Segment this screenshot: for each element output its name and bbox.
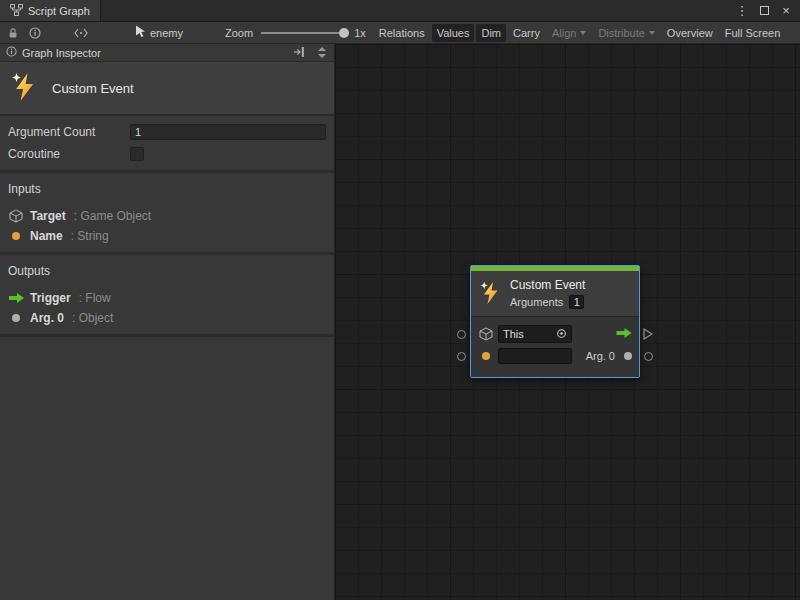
cube-icon: [8, 209, 24, 223]
coroutine-row: Coroutine: [8, 143, 326, 165]
name-input-port[interactable]: [478, 352, 494, 360]
code-view-icon[interactable]: [71, 24, 91, 42]
tab-title: Script Graph: [28, 5, 90, 17]
custom-event-node[interactable]: Custom Event Arguments 1 This: [470, 265, 640, 378]
node-arguments-value[interactable]: 1: [569, 295, 584, 309]
node-header[interactable]: Custom Event Arguments 1: [471, 271, 639, 317]
node-arg-row: Arg. 0: [471, 345, 639, 367]
scroll-down-icon[interactable]: [318, 54, 326, 58]
align-label: Align: [552, 27, 576, 39]
value-input-connection-port[interactable]: [457, 352, 466, 361]
value-port-icon: [8, 232, 24, 240]
trigger-flow-icon[interactable]: [616, 327, 632, 341]
io-name: Name: [30, 229, 63, 243]
maximize-icon[interactable]: [758, 3, 770, 19]
node-arguments-label: Arguments: [510, 296, 563, 308]
flow-arrow-icon: [8, 292, 24, 304]
close-icon[interactable]: ×: [780, 3, 792, 19]
outputs-heading: Outputs: [8, 264, 326, 278]
zoom-label: Zoom: [225, 27, 253, 39]
dim-button[interactable]: Dim: [476, 24, 506, 42]
values-button[interactable]: Values: [432, 24, 475, 42]
event-fields: Argument Count Coroutine: [0, 116, 334, 173]
chevron-down-icon: [580, 31, 586, 35]
input-row-name: Name : String: [8, 226, 326, 246]
argument-count-input[interactable]: [130, 124, 326, 140]
flow-output-connection-port[interactable]: [643, 328, 653, 342]
custom-event-icon: [479, 281, 503, 307]
scroll-up-icon[interactable]: [318, 47, 326, 51]
outputs-section: Outputs Trigger : Flow Arg. 0 : Object: [0, 255, 334, 337]
graph-object-name: enemy: [150, 27, 183, 39]
chevron-down-icon: [649, 31, 655, 35]
panel-scroll-arrows[interactable]: [318, 47, 326, 58]
cursor-icon: [135, 25, 146, 40]
self-target-icon: [556, 328, 567, 341]
target-dropdown-value: This: [503, 328, 524, 340]
io-type: : Flow: [79, 291, 111, 305]
zoom-slider[interactable]: [261, 24, 349, 42]
io-name: Arg. 0: [30, 311, 64, 325]
cube-icon: [478, 327, 494, 341]
event-header: Custom Event: [0, 62, 334, 116]
object-port-icon: [8, 314, 24, 322]
titlebar: Script Graph ⋮ ×: [0, 0, 800, 22]
input-row-target: Target : Game Object: [8, 206, 326, 226]
graph-canvas[interactable]: Custom Event Arguments 1 This: [335, 44, 800, 600]
lock-icon[interactable]: [3, 24, 23, 42]
argument-count-label: Argument Count: [8, 125, 130, 139]
inputs-section: Inputs Target : Game Object Name : Strin…: [0, 173, 334, 255]
dock-panel-icon[interactable]: [293, 46, 305, 60]
graph-inspector-panel: Graph Inspector Custom Event Argumen: [0, 44, 335, 600]
io-type: : Game Object: [74, 209, 151, 223]
event-title: Custom Event: [52, 81, 134, 96]
graph-toolbar: enemy Zoom 1x Relations Values Dim Carry…: [0, 22, 800, 44]
io-name: Trigger: [30, 291, 71, 305]
graph-object-breadcrumb[interactable]: enemy: [135, 25, 183, 40]
node-title: Custom Event: [510, 278, 585, 292]
output-row-trigger: Trigger : Flow: [8, 288, 326, 308]
window-controls: ⋮ ×: [736, 0, 800, 21]
graph-inspector-header: Graph Inspector: [0, 44, 334, 62]
align-button[interactable]: Align: [547, 24, 591, 42]
target-dropdown[interactable]: This: [498, 325, 572, 343]
value-output-connection-port[interactable]: [644, 352, 653, 361]
coroutine-label: Coroutine: [8, 147, 130, 161]
distribute-label: Distribute: [598, 27, 644, 39]
arg0-output-port[interactable]: [624, 352, 632, 360]
inputs-heading: Inputs: [8, 182, 326, 196]
script-graph-icon: [10, 4, 23, 18]
tab-script-graph[interactable]: Script Graph: [0, 0, 101, 21]
io-name: Target: [30, 209, 66, 223]
coroutine-checkbox[interactable]: [130, 147, 144, 161]
io-type: : Object: [72, 311, 113, 325]
info-icon[interactable]: [25, 24, 45, 42]
info-icon: [6, 46, 17, 59]
window-menu-icon[interactable]: ⋮: [736, 3, 748, 19]
unity-script-graph-window: Script Graph ⋮ × enemy Zoom 1x: [0, 0, 800, 600]
argument-count-row: Argument Count: [8, 121, 326, 143]
main-area: Graph Inspector Custom Event Argumen: [0, 44, 800, 600]
node-target-row: This: [471, 323, 639, 345]
flow-input-connection-port[interactable]: [457, 330, 466, 339]
fullscreen-button[interactable]: Full Screen: [720, 24, 786, 42]
zoom-slider-track: [261, 32, 349, 34]
arg0-label: Arg. 0: [586, 350, 615, 362]
overview-button[interactable]: Overview: [662, 24, 718, 42]
distribute-button[interactable]: Distribute: [593, 24, 659, 42]
graph-inspector-title: Graph Inspector: [22, 47, 101, 59]
io-type: : String: [71, 229, 109, 243]
zoom-value: 1x: [354, 27, 366, 39]
carry-button[interactable]: Carry: [508, 24, 545, 42]
output-row-arg0: Arg. 0 : Object: [8, 308, 326, 328]
inspector-empty-area: [0, 337, 334, 600]
relations-button[interactable]: Relations: [374, 24, 430, 42]
zoom-slider-knob[interactable]: [339, 28, 349, 38]
name-input-field[interactable]: [498, 348, 572, 364]
custom-event-icon: [10, 72, 40, 104]
node-body: This Arg. 0: [471, 317, 639, 377]
